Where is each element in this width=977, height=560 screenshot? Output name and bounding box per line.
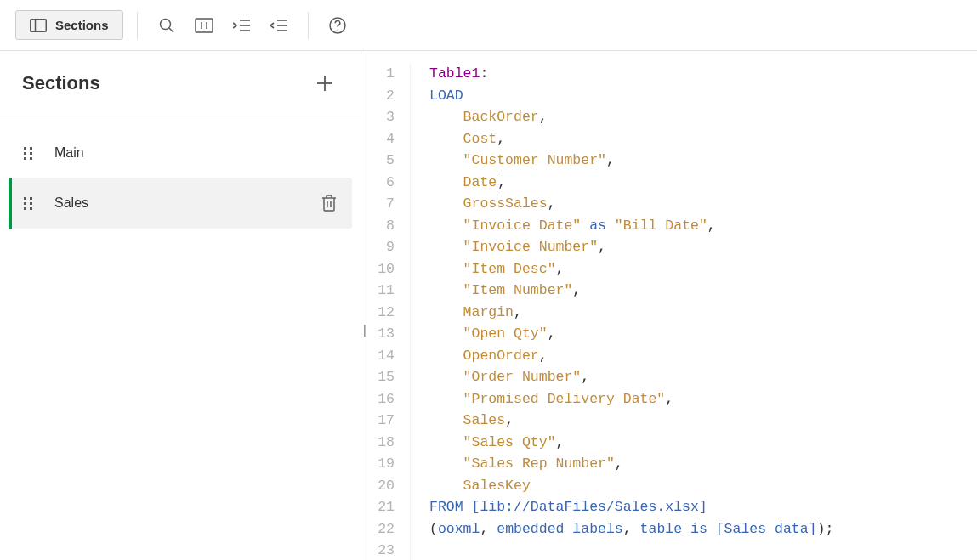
line-number: 14 — [361, 345, 395, 367]
code-line[interactable]: Date, — [429, 172, 833, 194]
sections-sidebar: Sections MainSales || — [0, 51, 361, 560]
code-line[interactable] — [429, 540, 833, 560]
code-line[interactable]: "Open Qty", — [429, 323, 833, 345]
line-number: 12 — [361, 302, 395, 324]
drag-handle-icon[interactable] — [24, 197, 36, 210]
line-number: 20 — [361, 475, 395, 497]
line-number: 21 — [361, 496, 395, 518]
add-section-button[interactable] — [311, 70, 338, 97]
code-line[interactable]: "Sales Rep Number", — [429, 453, 833, 475]
section-list: MainSales — [0, 116, 361, 240]
code-line[interactable]: "Item Desc", — [429, 258, 833, 280]
line-number: 6 — [361, 172, 395, 194]
code-line[interactable]: Cost, — [429, 128, 833, 150]
toolbar-divider — [137, 12, 138, 39]
svg-rect-4 — [196, 19, 213, 32]
comment-toggle-button[interactable] — [189, 10, 219, 41]
line-number: 22 — [361, 518, 395, 540]
code-line[interactable]: SalesKey — [429, 475, 833, 497]
svg-line-3 — [169, 28, 173, 32]
code-area[interactable]: Table1:LOAD BackOrder, Cost, "Customer N… — [411, 63, 833, 560]
code-line[interactable]: "Invoice Number", — [429, 236, 833, 258]
indent-button[interactable] — [226, 10, 257, 41]
toolbar-divider — [308, 12, 309, 39]
line-number: 11 — [361, 280, 395, 302]
code-line[interactable]: (ooxml, embedded labels, table is [Sales… — [429, 518, 833, 540]
code-line[interactable]: LOAD — [429, 85, 833, 107]
line-number: 19 — [361, 453, 395, 475]
svg-rect-0 — [31, 19, 47, 31]
code-line[interactable]: Table1: — [429, 63, 833, 85]
sidebar-title: Sections — [22, 72, 100, 94]
section-item-main[interactable]: Main — [9, 128, 352, 178]
outdent-button[interactable] — [264, 10, 294, 41]
section-item-sales[interactable]: Sales — [9, 178, 352, 229]
line-number: 9 — [361, 236, 395, 258]
line-number: 2 — [361, 85, 395, 107]
line-number: 16 — [361, 388, 395, 410]
code-line[interactable]: Sales, — [429, 410, 833, 432]
code-line[interactable]: "Promised Delivery Date", — [429, 388, 833, 410]
sections-toggle-label: Sections — [55, 18, 109, 32]
line-gutter: 1234567891011121314151617181920212223 — [361, 63, 411, 560]
line-number: 18 — [361, 432, 395, 454]
line-number: 15 — [361, 366, 395, 388]
main-area: Sections MainSales || 123456789101112131… — [0, 51, 977, 560]
code-editor[interactable]: 1234567891011121314151617181920212223 Ta… — [361, 51, 977, 560]
sidebar-resize-handle[interactable]: || — [363, 323, 366, 337]
section-label: Main — [54, 145, 337, 161]
search-button[interactable] — [151, 10, 182, 41]
line-number: 4 — [361, 128, 395, 150]
code-line[interactable]: BackOrder, — [429, 106, 833, 128]
drag-handle-icon[interactable] — [24, 147, 36, 160]
line-number: 13 — [361, 323, 395, 345]
line-number: 17 — [361, 410, 395, 432]
svg-point-2 — [160, 19, 170, 29]
help-button[interactable] — [322, 10, 353, 41]
sections-toggle-button[interactable]: Sections — [15, 10, 123, 40]
line-number: 7 — [361, 193, 395, 215]
sidebar-header: Sections — [0, 51, 361, 116]
line-number: 1 — [361, 63, 395, 85]
line-number: 23 — [361, 540, 395, 560]
code-line[interactable]: GrossSales, — [429, 193, 833, 215]
svg-point-14 — [337, 29, 338, 30]
code-line[interactable]: "Order Number", — [429, 366, 833, 388]
line-number: 5 — [361, 150, 395, 172]
code-line[interactable]: OpenOrder, — [429, 345, 833, 367]
code-line[interactable]: "Invoice Date" as "Bill Date", — [429, 215, 833, 237]
code-line[interactable]: FROM [lib://DataFiles/Sales.xlsx] — [429, 496, 833, 518]
delete-section-button[interactable] — [321, 195, 337, 212]
toolbar: Sections — [0, 0, 977, 51]
code-line[interactable]: "Sales Qty", — [429, 432, 833, 454]
code-line[interactable]: "Customer Number", — [429, 150, 833, 172]
section-label: Sales — [54, 195, 321, 211]
code-line[interactable]: Margin, — [429, 302, 833, 324]
code-line[interactable]: "Item Number", — [429, 280, 833, 302]
line-number: 3 — [361, 106, 395, 128]
panel-icon — [30, 19, 47, 32]
line-number: 8 — [361, 215, 395, 237]
line-number: 10 — [361, 258, 395, 280]
